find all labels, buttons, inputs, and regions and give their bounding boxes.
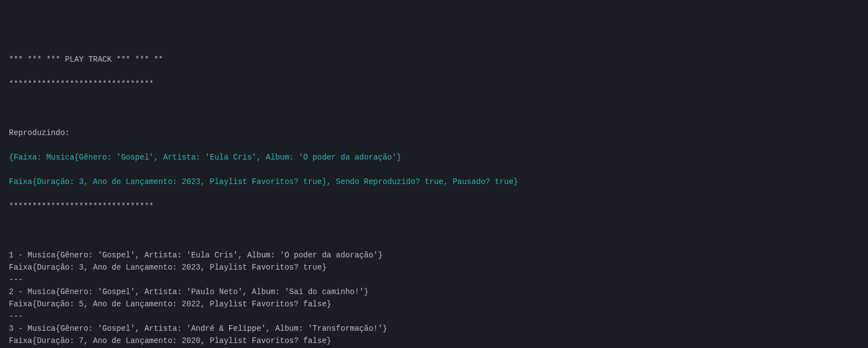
playing-label: Reproduzindo: (9, 127, 859, 139)
menu-separator: --- (9, 274, 859, 286)
playing-track-line2: Faixa{Duração: 3, Ano de Lançamento: 202… (9, 176, 859, 188)
divider: ******************************* (9, 200, 859, 212)
playing-track-line1: {Faixa: Musica{Gênero: 'Gospel', Artista… (9, 151, 859, 163)
header-title: *** *** *** PLAY TRACK *** *** ** (9, 53, 859, 66)
menu-item-line2: Faixa{Duração: 5, Ano de Lançamento: 202… (9, 298, 859, 310)
divider: ******************************* (9, 78, 859, 90)
menu-list: 1 - Musica{Gênero: 'Gospel', Artista: 'E… (9, 249, 859, 348)
blank-line (9, 102, 859, 115)
menu-item-line2: Faixa{Duração: 7, Ano de Lançamento: 202… (9, 335, 859, 347)
menu-item-line1[interactable]: 2 - Musica{Gênero: 'Gospel', Artista: 'P… (9, 286, 859, 298)
menu-separator: --- (9, 310, 859, 322)
menu-item-line1[interactable]: 3 - Musica{Gênero: 'Gospel', Artista: 'A… (9, 322, 859, 335)
menu-item-line1[interactable]: 1 - Musica{Gênero: 'Gospel', Artista: 'E… (9, 249, 859, 261)
blank-line (9, 225, 859, 237)
menu-item-line2: Faixa{Duração: 3, Ano de Lançamento: 202… (9, 261, 859, 274)
